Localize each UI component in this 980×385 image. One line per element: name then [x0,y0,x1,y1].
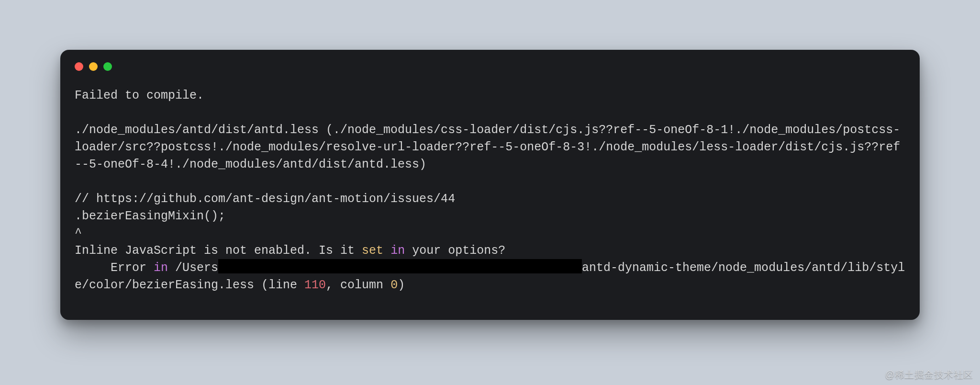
keyword-set: set [362,244,383,258]
window-traffic-lights [75,62,112,71]
keyword-in: in [390,244,405,258]
terminal-output: Failed to compile. ./node_modules/antd/d… [75,87,905,308]
inline-js-msg-post: your options? [405,244,505,258]
mixin-call: .bezierEasingMixin(); [75,209,225,223]
minimize-icon[interactable] [89,62,98,71]
terminal-window: Failed to compile. ./node_modules/antd/d… [60,50,920,320]
error-path-pre: /Users [168,261,218,275]
compile-header: Failed to compile. [75,89,204,102]
error-line-number: 110 [304,278,326,292]
watermark-text: @稀土掘金技术社区 [885,368,973,381]
loader-chain: ./node_modules/antd/dist/antd.less (./no… [75,123,900,171]
inline-js-msg-pre: Inline JavaScript is not enabled. Is it [75,244,362,258]
error-label: Error [111,261,154,275]
error-column-number: 0 [390,278,398,292]
close-icon[interactable] [75,62,83,71]
zoom-icon[interactable] [103,62,112,71]
error-caret: ^ [75,226,82,240]
keyword-in: in [154,261,168,275]
comment-url: // https://github.com/ant-design/ant-mot… [75,192,455,206]
redacted-region [218,259,582,273]
